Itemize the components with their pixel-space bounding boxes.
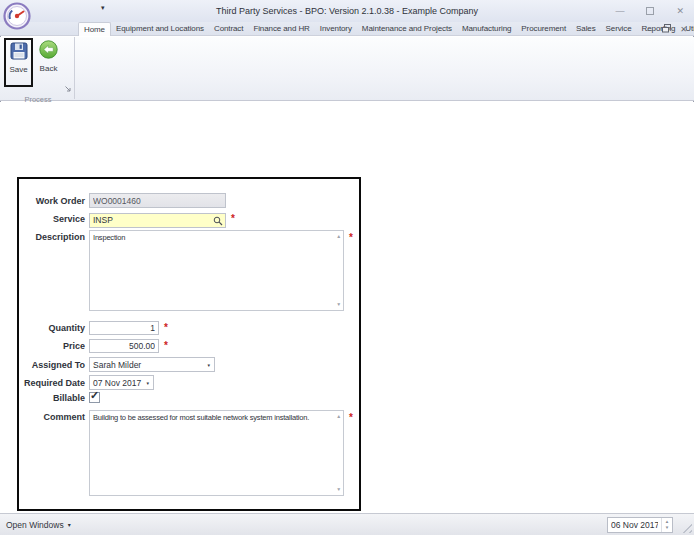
comment-label: Comment [21, 410, 85, 422]
app-logo-icon[interactable] [3, 2, 31, 30]
chevron-down-icon: ▾ [207, 362, 210, 368]
work-order-field[interactable] [89, 193, 226, 208]
required-date-label: Required Date [21, 378, 85, 388]
tab-finance-and-hr[interactable]: Finance and HR [248, 22, 314, 36]
close-button[interactable]: ✕ [676, 7, 684, 16]
service-label: Service [21, 214, 85, 224]
save-button-label: Save [9, 65, 27, 74]
billable-label: Billable [21, 393, 85, 403]
chevron-down-icon: ▾ [146, 380, 149, 386]
tab-sales[interactable]: Sales [571, 22, 601, 36]
service-required-marker: * [231, 214, 235, 224]
price-label: Price [21, 341, 85, 351]
maximize-button[interactable] [646, 7, 654, 15]
status-date-field[interactable]: ▲ ▼ [607, 517, 673, 533]
scroll-down-icon[interactable]: ▼ [336, 487, 341, 492]
dialog-launcher-icon[interactable] [64, 79, 72, 97]
resize-grip[interactable] [679, 520, 692, 533]
quantity-input[interactable] [89, 321, 159, 335]
scroll-up-icon[interactable]: ▲ [336, 414, 341, 419]
comment-textarea[interactable]: Building to be assessed for most suitabl… [89, 410, 344, 496]
billable-checkbox[interactable]: ✓ [89, 392, 100, 403]
tab-contract[interactable]: Contract [209, 22, 248, 36]
back-icon [39, 40, 58, 63]
ribbon-group-process: Save Back [2, 37, 75, 99]
chevron-down-icon: ▾ [68, 521, 71, 528]
search-icon[interactable] [213, 212, 223, 230]
tab-home[interactable]: Home [78, 22, 111, 36]
comment-required-marker: * [349, 413, 353, 423]
tab-manufacturing[interactable]: Manufacturing [457, 22, 516, 36]
required-date-select[interactable]: 07 Nov 2017 ▾ [89, 375, 154, 390]
open-windows-button[interactable]: Open Windows ▾ [6, 514, 71, 535]
description-required-marker: * [349, 233, 353, 243]
description-label: Description [21, 230, 85, 242]
tab-procurement[interactable]: Procurement [516, 22, 571, 36]
service-input[interactable] [89, 213, 226, 228]
assigned-to-select[interactable]: Sarah Milder ▾ [89, 357, 215, 372]
restore-window-icon[interactable] [662, 24, 671, 35]
save-button-highlight: Save [4, 38, 33, 87]
price-input[interactable] [89, 339, 159, 353]
ribbon: Save Back [0, 37, 694, 101]
work-order-label: Work Order [21, 196, 85, 206]
description-textarea[interactable]: Inspection ▲ ▼ [89, 230, 344, 311]
statusbar: Open Windows ▾ ▲ ▼ [0, 513, 694, 535]
scroll-down-icon[interactable]: ▼ [336, 302, 341, 307]
tab-maintenance-and-projects[interactable]: Maintenance and Projects [357, 22, 457, 36]
assigned-to-label: Assigned To [21, 360, 85, 370]
quantity-required-marker: * [164, 323, 168, 333]
app-window: Third Party Services - BPO: Version 2.1.… [0, 0, 694, 535]
tab-equipment-and-locations[interactable]: Equipment and Locations [111, 22, 209, 36]
tab-service[interactable]: Service [601, 22, 637, 36]
status-date-input[interactable] [608, 518, 661, 532]
tab-inventory[interactable]: Inventory [315, 22, 357, 36]
save-icon [10, 42, 28, 64]
spinner-down-icon[interactable]: ▼ [665, 526, 669, 531]
spinner-up-icon[interactable]: ▲ [665, 520, 669, 525]
save-button[interactable]: Save [6, 42, 31, 74]
scroll-up-icon[interactable]: ▲ [336, 234, 341, 239]
ribbon-minimize-icon[interactable]: — [645, 26, 653, 34]
back-button[interactable]: Back [36, 40, 61, 73]
date-spinner[interactable]: ▲ ▼ [661, 518, 672, 532]
minimize-button[interactable]: — [615, 7, 624, 16]
ribbon-close-icon[interactable]: ✕ [680, 26, 687, 34]
quantity-label: Quantity [21, 323, 85, 333]
ribbon-tab-bar: Home Equipment and Locations Contract Fi… [0, 22, 694, 36]
quick-access-dropdown-icon[interactable]: ▾ [101, 4, 105, 12]
check-icon: ✓ [90, 389, 99, 402]
price-required-marker: * [164, 341, 168, 351]
work-order-form: Work Order Service * Description Inspect… [17, 177, 361, 511]
back-button-label: Back [40, 64, 58, 73]
